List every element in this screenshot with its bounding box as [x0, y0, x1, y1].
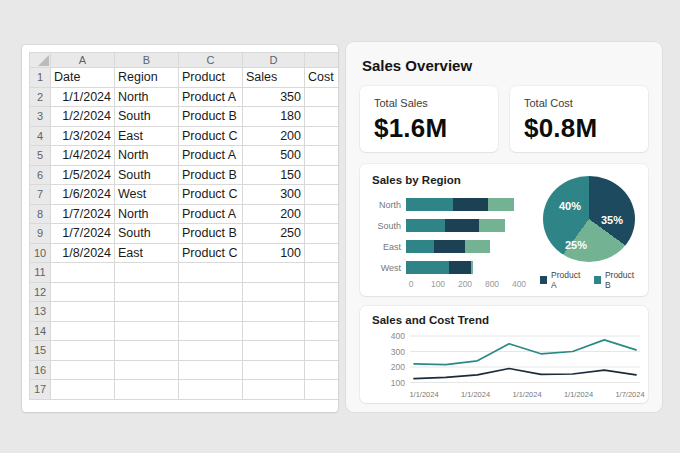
cell[interactable]: 350: [243, 87, 305, 107]
cell[interactable]: 1/8/2024: [51, 243, 115, 263]
cell[interactable]: 150: [243, 165, 305, 185]
cell[interactable]: North: [115, 204, 179, 224]
column-header[interactable]: D: [243, 53, 305, 68]
row-header[interactable]: 16: [30, 360, 51, 380]
cell[interactable]: [179, 341, 243, 361]
column-header[interactable]: B: [115, 53, 179, 68]
cell[interactable]: [179, 380, 243, 400]
cell[interactable]: Region: [115, 68, 179, 88]
cell[interactable]: Product C: [179, 126, 243, 146]
cell[interactable]: [115, 302, 179, 322]
cell[interactable]: North: [115, 87, 179, 107]
cell[interactable]: 200: [243, 126, 305, 146]
cell[interactable]: [243, 263, 305, 283]
cell[interactable]: [305, 282, 339, 302]
cell[interactable]: [51, 282, 115, 302]
cell[interactable]: Product: [179, 68, 243, 88]
cell[interactable]: West: [115, 185, 179, 205]
cell[interactable]: 500: [243, 146, 305, 166]
row-header[interactable]: 17: [30, 380, 51, 400]
cell[interactable]: [115, 263, 179, 283]
cell[interactable]: South: [115, 165, 179, 185]
cell[interactable]: [51, 302, 115, 322]
row-header[interactable]: 2: [30, 87, 51, 107]
cell[interactable]: [305, 224, 339, 244]
select-all-corner[interactable]: [30, 53, 51, 68]
cell[interactable]: 200: [243, 204, 305, 224]
cell[interactable]: [243, 282, 305, 302]
cell[interactable]: [51, 321, 115, 341]
row-header[interactable]: 8: [30, 204, 51, 224]
cell[interactable]: [305, 165, 339, 185]
cell[interactable]: [305, 321, 339, 341]
cell[interactable]: 1/1/2024: [51, 87, 115, 107]
cell[interactable]: [305, 341, 339, 361]
cell[interactable]: [179, 282, 243, 302]
row-header[interactable]: 11: [30, 263, 51, 283]
cell[interactable]: 180: [243, 107, 305, 127]
cell[interactable]: [305, 380, 339, 400]
row-header[interactable]: 3: [30, 107, 51, 127]
column-header[interactable]: A: [51, 53, 115, 68]
cell[interactable]: [305, 204, 339, 224]
cell[interactable]: [243, 380, 305, 400]
cell[interactable]: East: [115, 126, 179, 146]
cell[interactable]: [305, 146, 339, 166]
cell[interactable]: [179, 360, 243, 380]
cell[interactable]: [51, 380, 115, 400]
row-header[interactable]: 12: [30, 282, 51, 302]
cell[interactable]: 1/5/2024: [51, 165, 115, 185]
cell[interactable]: [115, 321, 179, 341]
row-header[interactable]: 1: [30, 68, 51, 88]
row-header[interactable]: 4: [30, 126, 51, 146]
cell[interactable]: [179, 263, 243, 283]
cell[interactable]: [305, 302, 339, 322]
cell[interactable]: 1/7/2024: [51, 204, 115, 224]
cell[interactable]: Sales: [243, 68, 305, 88]
cell[interactable]: [179, 302, 243, 322]
cell[interactable]: North: [115, 146, 179, 166]
cell[interactable]: Product B: [179, 224, 243, 244]
row-header[interactable]: 9: [30, 224, 51, 244]
cell[interactable]: [243, 360, 305, 380]
cell[interactable]: 1/3/2024: [51, 126, 115, 146]
cell[interactable]: Cost: [305, 68, 339, 88]
row-header[interactable]: 7: [30, 185, 51, 205]
cell[interactable]: [243, 302, 305, 322]
cell[interactable]: [305, 87, 339, 107]
cell[interactable]: [115, 380, 179, 400]
cell[interactable]: [51, 360, 115, 380]
cell[interactable]: Product C: [179, 243, 243, 263]
cell[interactable]: Product A: [179, 87, 243, 107]
row-header[interactable]: 15: [30, 341, 51, 361]
column-header[interactable]: [305, 53, 339, 68]
cell[interactable]: [243, 321, 305, 341]
cell[interactable]: South: [115, 107, 179, 127]
cell[interactable]: [305, 185, 339, 205]
cell[interactable]: [51, 341, 115, 361]
row-header[interactable]: 6: [30, 165, 51, 185]
cell[interactable]: [305, 360, 339, 380]
cell[interactable]: South: [115, 224, 179, 244]
cell[interactable]: [243, 341, 305, 361]
cell[interactable]: [305, 107, 339, 127]
cell[interactable]: Product A: [179, 204, 243, 224]
cell[interactable]: [305, 243, 339, 263]
cell[interactable]: Product B: [179, 165, 243, 185]
row-header[interactable]: 14: [30, 321, 51, 341]
cell[interactable]: 1/2/2024: [51, 107, 115, 127]
cell[interactable]: [115, 282, 179, 302]
row-header[interactable]: 13: [30, 302, 51, 322]
cell[interactable]: 1/4/2024: [51, 146, 115, 166]
cell[interactable]: Product B: [179, 107, 243, 127]
cell[interactable]: [305, 263, 339, 283]
cell[interactable]: 1/7/2024: [51, 224, 115, 244]
cell[interactable]: Product A: [179, 146, 243, 166]
cell[interactable]: [179, 321, 243, 341]
cell[interactable]: East: [115, 243, 179, 263]
cell[interactable]: Date: [51, 68, 115, 88]
column-header[interactable]: C: [179, 53, 243, 68]
cell[interactable]: [51, 263, 115, 283]
cell[interactable]: [115, 360, 179, 380]
cell[interactable]: [115, 341, 179, 361]
